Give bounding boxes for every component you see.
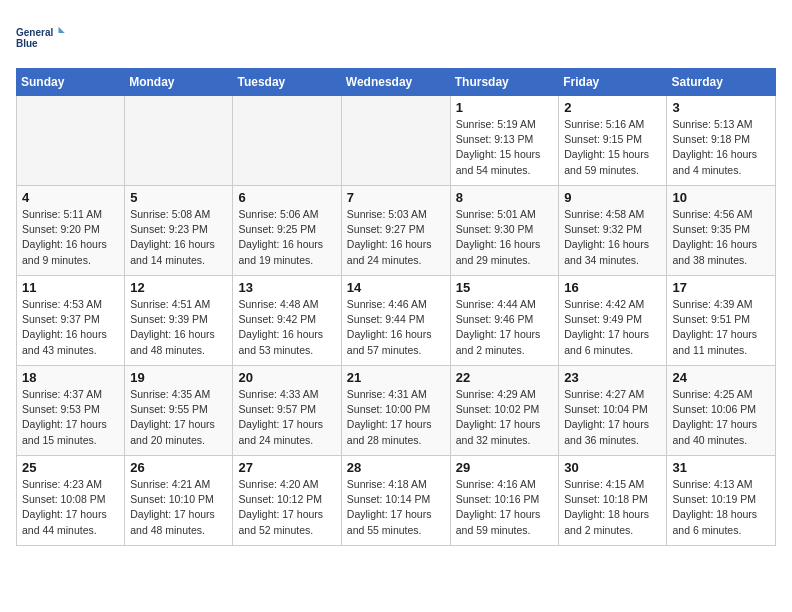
- calendar-cell: 9Sunrise: 4:58 AM Sunset: 9:32 PM Daylig…: [559, 186, 667, 276]
- logo-svg: General Blue: [16, 16, 66, 60]
- day-number: 4: [22, 190, 119, 205]
- day-info: Sunrise: 4:27 AM Sunset: 10:04 PM Daylig…: [564, 387, 661, 448]
- day-info: Sunrise: 4:31 AM Sunset: 10:00 PM Daylig…: [347, 387, 445, 448]
- day-info: Sunrise: 4:37 AM Sunset: 9:53 PM Dayligh…: [22, 387, 119, 448]
- calendar-week-row: 1Sunrise: 5:19 AM Sunset: 9:13 PM Daylig…: [17, 96, 776, 186]
- calendar-cell: 18Sunrise: 4:37 AM Sunset: 9:53 PM Dayli…: [17, 366, 125, 456]
- weekday-header-cell: Sunday: [17, 69, 125, 96]
- calendar-cell: 10Sunrise: 4:56 AM Sunset: 9:35 PM Dayli…: [667, 186, 776, 276]
- weekday-header-cell: Thursday: [450, 69, 559, 96]
- day-info: Sunrise: 4:39 AM Sunset: 9:51 PM Dayligh…: [672, 297, 770, 358]
- weekday-header-cell: Monday: [125, 69, 233, 96]
- day-number: 17: [672, 280, 770, 295]
- day-number: 25: [22, 460, 119, 475]
- day-number: 5: [130, 190, 227, 205]
- day-info: Sunrise: 4:15 AM Sunset: 10:18 PM Daylig…: [564, 477, 661, 538]
- svg-text:Blue: Blue: [16, 38, 38, 49]
- weekday-header-row: SundayMondayTuesdayWednesdayThursdayFrid…: [17, 69, 776, 96]
- day-info: Sunrise: 4:23 AM Sunset: 10:08 PM Daylig…: [22, 477, 119, 538]
- logo: General Blue: [16, 16, 66, 60]
- calendar-cell: 24Sunrise: 4:25 AM Sunset: 10:06 PM Dayl…: [667, 366, 776, 456]
- day-number: 13: [238, 280, 335, 295]
- day-info: Sunrise: 5:06 AM Sunset: 9:25 PM Dayligh…: [238, 207, 335, 268]
- day-number: 14: [347, 280, 445, 295]
- day-number: 1: [456, 100, 554, 115]
- day-info: Sunrise: 4:16 AM Sunset: 10:16 PM Daylig…: [456, 477, 554, 538]
- calendar-body: 1Sunrise: 5:19 AM Sunset: 9:13 PM Daylig…: [17, 96, 776, 546]
- weekday-header-cell: Tuesday: [233, 69, 341, 96]
- day-info: Sunrise: 5:13 AM Sunset: 9:18 PM Dayligh…: [672, 117, 770, 178]
- day-info: Sunrise: 4:48 AM Sunset: 9:42 PM Dayligh…: [238, 297, 335, 358]
- calendar-cell: 23Sunrise: 4:27 AM Sunset: 10:04 PM Dayl…: [559, 366, 667, 456]
- day-info: Sunrise: 4:53 AM Sunset: 9:37 PM Dayligh…: [22, 297, 119, 358]
- calendar-cell: 27Sunrise: 4:20 AM Sunset: 10:12 PM Dayl…: [233, 456, 341, 546]
- day-number: 30: [564, 460, 661, 475]
- calendar-cell: [17, 96, 125, 186]
- calendar-cell: 5Sunrise: 5:08 AM Sunset: 9:23 PM Daylig…: [125, 186, 233, 276]
- calendar-cell: 25Sunrise: 4:23 AM Sunset: 10:08 PM Dayl…: [17, 456, 125, 546]
- calendar-cell: 6Sunrise: 5:06 AM Sunset: 9:25 PM Daylig…: [233, 186, 341, 276]
- day-number: 10: [672, 190, 770, 205]
- calendar-cell: 31Sunrise: 4:13 AM Sunset: 10:19 PM Dayl…: [667, 456, 776, 546]
- calendar-cell: [125, 96, 233, 186]
- day-info: Sunrise: 4:20 AM Sunset: 10:12 PM Daylig…: [238, 477, 335, 538]
- calendar-cell: 22Sunrise: 4:29 AM Sunset: 10:02 PM Dayl…: [450, 366, 559, 456]
- day-info: Sunrise: 4:33 AM Sunset: 9:57 PM Dayligh…: [238, 387, 335, 448]
- calendar-cell: 29Sunrise: 4:16 AM Sunset: 10:16 PM Dayl…: [450, 456, 559, 546]
- day-info: Sunrise: 4:56 AM Sunset: 9:35 PM Dayligh…: [672, 207, 770, 268]
- day-info: Sunrise: 4:42 AM Sunset: 9:49 PM Dayligh…: [564, 297, 661, 358]
- day-number: 12: [130, 280, 227, 295]
- calendar-cell: 15Sunrise: 4:44 AM Sunset: 9:46 PM Dayli…: [450, 276, 559, 366]
- calendar-cell: 11Sunrise: 4:53 AM Sunset: 9:37 PM Dayli…: [17, 276, 125, 366]
- calendar-cell: 14Sunrise: 4:46 AM Sunset: 9:44 PM Dayli…: [341, 276, 450, 366]
- calendar-table: SundayMondayTuesdayWednesdayThursdayFrid…: [16, 68, 776, 546]
- day-number: 19: [130, 370, 227, 385]
- calendar-week-row: 25Sunrise: 4:23 AM Sunset: 10:08 PM Dayl…: [17, 456, 776, 546]
- calendar-cell: 13Sunrise: 4:48 AM Sunset: 9:42 PM Dayli…: [233, 276, 341, 366]
- day-number: 27: [238, 460, 335, 475]
- calendar-cell: 17Sunrise: 4:39 AM Sunset: 9:51 PM Dayli…: [667, 276, 776, 366]
- calendar-week-row: 4Sunrise: 5:11 AM Sunset: 9:20 PM Daylig…: [17, 186, 776, 276]
- calendar-cell: 8Sunrise: 5:01 AM Sunset: 9:30 PM Daylig…: [450, 186, 559, 276]
- day-number: 2: [564, 100, 661, 115]
- calendar-cell: 21Sunrise: 4:31 AM Sunset: 10:00 PM Dayl…: [341, 366, 450, 456]
- day-info: Sunrise: 4:44 AM Sunset: 9:46 PM Dayligh…: [456, 297, 554, 358]
- day-info: Sunrise: 5:08 AM Sunset: 9:23 PM Dayligh…: [130, 207, 227, 268]
- svg-marker-2: [59, 27, 65, 33]
- day-info: Sunrise: 4:46 AM Sunset: 9:44 PM Dayligh…: [347, 297, 445, 358]
- calendar-cell: [341, 96, 450, 186]
- day-number: 22: [456, 370, 554, 385]
- calendar-cell: 3Sunrise: 5:13 AM Sunset: 9:18 PM Daylig…: [667, 96, 776, 186]
- calendar-cell: 20Sunrise: 4:33 AM Sunset: 9:57 PM Dayli…: [233, 366, 341, 456]
- day-number: 20: [238, 370, 335, 385]
- calendar-cell: 12Sunrise: 4:51 AM Sunset: 9:39 PM Dayli…: [125, 276, 233, 366]
- day-number: 21: [347, 370, 445, 385]
- day-number: 31: [672, 460, 770, 475]
- calendar-cell: 16Sunrise: 4:42 AM Sunset: 9:49 PM Dayli…: [559, 276, 667, 366]
- calendar-week-row: 11Sunrise: 4:53 AM Sunset: 9:37 PM Dayli…: [17, 276, 776, 366]
- calendar-cell: 19Sunrise: 4:35 AM Sunset: 9:55 PM Dayli…: [125, 366, 233, 456]
- day-number: 7: [347, 190, 445, 205]
- day-number: 16: [564, 280, 661, 295]
- day-info: Sunrise: 4:18 AM Sunset: 10:14 PM Daylig…: [347, 477, 445, 538]
- day-info: Sunrise: 4:58 AM Sunset: 9:32 PM Dayligh…: [564, 207, 661, 268]
- day-number: 11: [22, 280, 119, 295]
- day-info: Sunrise: 4:35 AM Sunset: 9:55 PM Dayligh…: [130, 387, 227, 448]
- header: General Blue: [16, 16, 776, 60]
- day-info: Sunrise: 5:16 AM Sunset: 9:15 PM Dayligh…: [564, 117, 661, 178]
- calendar-week-row: 18Sunrise: 4:37 AM Sunset: 9:53 PM Dayli…: [17, 366, 776, 456]
- day-number: 18: [22, 370, 119, 385]
- calendar-cell: 1Sunrise: 5:19 AM Sunset: 9:13 PM Daylig…: [450, 96, 559, 186]
- calendar-cell: 28Sunrise: 4:18 AM Sunset: 10:14 PM Dayl…: [341, 456, 450, 546]
- day-number: 29: [456, 460, 554, 475]
- day-info: Sunrise: 5:03 AM Sunset: 9:27 PM Dayligh…: [347, 207, 445, 268]
- calendar-cell: 4Sunrise: 5:11 AM Sunset: 9:20 PM Daylig…: [17, 186, 125, 276]
- day-info: Sunrise: 4:51 AM Sunset: 9:39 PM Dayligh…: [130, 297, 227, 358]
- day-info: Sunrise: 5:01 AM Sunset: 9:30 PM Dayligh…: [456, 207, 554, 268]
- day-number: 23: [564, 370, 661, 385]
- calendar-cell: [233, 96, 341, 186]
- day-info: Sunrise: 5:11 AM Sunset: 9:20 PM Dayligh…: [22, 207, 119, 268]
- day-info: Sunrise: 4:29 AM Sunset: 10:02 PM Daylig…: [456, 387, 554, 448]
- day-number: 24: [672, 370, 770, 385]
- day-info: Sunrise: 4:25 AM Sunset: 10:06 PM Daylig…: [672, 387, 770, 448]
